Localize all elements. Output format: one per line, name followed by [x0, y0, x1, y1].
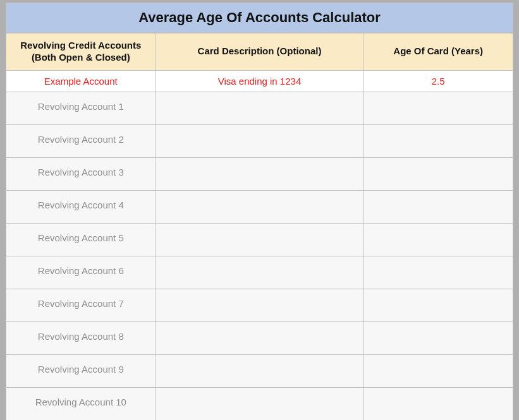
- account-name-cell: [6, 92, 156, 124]
- account-age-cell: [363, 289, 513, 321]
- account-name-cell: [6, 190, 156, 223]
- accounts-table: Revolving Credit Accounts (Both Open & C…: [6, 33, 513, 420]
- header-accounts-line1: Revolving Credit Accounts: [20, 40, 141, 51]
- account-age-input[interactable]: [363, 125, 513, 157]
- account-name-cell: [6, 354, 156, 387]
- table-row: [6, 190, 513, 223]
- account-age-cell: [363, 387, 513, 420]
- account-description-input[interactable]: [156, 289, 363, 321]
- account-name-input[interactable]: [6, 125, 156, 157]
- table-row: [6, 256, 513, 289]
- account-name-input[interactable]: [6, 322, 156, 354]
- account-name-input[interactable]: [6, 289, 156, 321]
- account-name-input[interactable]: [6, 355, 156, 387]
- account-name-cell: [6, 223, 156, 256]
- header-description: Card Description (Optional): [156, 33, 363, 71]
- calculator-container: Average Age Of Accounts Calculator Revol…: [6, 3, 513, 420]
- account-description-input[interactable]: [156, 125, 363, 157]
- account-age-cell: [363, 256, 513, 289]
- account-name-input[interactable]: [6, 224, 156, 256]
- account-name-cell: [6, 124, 156, 157]
- account-age-input[interactable]: [363, 92, 513, 124]
- account-description-cell: [156, 256, 363, 289]
- table-header-row: Revolving Credit Accounts (Both Open & C…: [6, 33, 513, 71]
- example-row: Example Account Visa ending in 1234 2.5: [6, 70, 513, 92]
- account-age-input[interactable]: [363, 388, 513, 420]
- account-name-cell: [6, 387, 156, 420]
- account-description-cell: [156, 289, 363, 321]
- account-description-cell: [156, 354, 363, 387]
- table-row: [6, 157, 513, 190]
- account-description-input[interactable]: [156, 191, 363, 223]
- account-description-cell: [156, 387, 363, 420]
- account-description-input[interactable]: [156, 224, 363, 256]
- table-row: [6, 387, 513, 420]
- account-description-cell: [156, 190, 363, 223]
- account-description-cell: [156, 157, 363, 190]
- account-description-cell: [156, 124, 363, 157]
- account-age-cell: [363, 190, 513, 223]
- account-age-cell: [363, 92, 513, 124]
- account-name-input[interactable]: [6, 191, 156, 223]
- account-age-cell: [363, 157, 513, 190]
- account-age-cell: [363, 124, 513, 157]
- account-description-cell: [156, 321, 363, 354]
- table-row: [6, 321, 513, 354]
- account-name-input[interactable]: [6, 256, 156, 289]
- account-age-input[interactable]: [363, 355, 513, 387]
- account-description-input[interactable]: [156, 355, 363, 387]
- account-description-cell: [156, 92, 363, 124]
- account-age-input[interactable]: [363, 289, 513, 321]
- account-description-input[interactable]: [156, 92, 363, 124]
- header-accounts-line2: (Both Open & Closed): [32, 52, 130, 63]
- account-description-input[interactable]: [156, 256, 363, 289]
- account-name-cell: [6, 289, 156, 321]
- account-age-cell: [363, 223, 513, 256]
- account-name-cell: [6, 256, 156, 289]
- account-age-cell: [363, 321, 513, 354]
- table-row: [6, 223, 513, 256]
- header-accounts: Revolving Credit Accounts (Both Open & C…: [6, 33, 156, 71]
- account-age-input[interactable]: [363, 256, 513, 289]
- calculator-title: Average Age Of Accounts Calculator: [6, 3, 513, 33]
- account-age-cell: [363, 354, 513, 387]
- account-age-input[interactable]: [363, 224, 513, 256]
- account-name-cell: [6, 321, 156, 354]
- example-description: Visa ending in 1234: [156, 70, 363, 92]
- account-name-input[interactable]: [6, 158, 156, 190]
- header-age: Age Of Card (Years): [363, 33, 513, 71]
- account-description-cell: [156, 223, 363, 256]
- table-row: [6, 92, 513, 124]
- account-description-input[interactable]: [156, 158, 363, 190]
- account-description-input[interactable]: [156, 322, 363, 354]
- account-age-input[interactable]: [363, 158, 513, 190]
- account-name-input[interactable]: [6, 92, 156, 124]
- table-row: [6, 124, 513, 157]
- account-age-input[interactable]: [363, 191, 513, 223]
- example-age: 2.5: [363, 70, 513, 92]
- table-row: [6, 289, 513, 321]
- account-name-input[interactable]: [6, 388, 156, 420]
- account-age-input[interactable]: [363, 322, 513, 354]
- example-account: Example Account: [6, 70, 156, 92]
- account-name-cell: [6, 157, 156, 190]
- table-row: [6, 354, 513, 387]
- account-description-input[interactable]: [156, 388, 363, 420]
